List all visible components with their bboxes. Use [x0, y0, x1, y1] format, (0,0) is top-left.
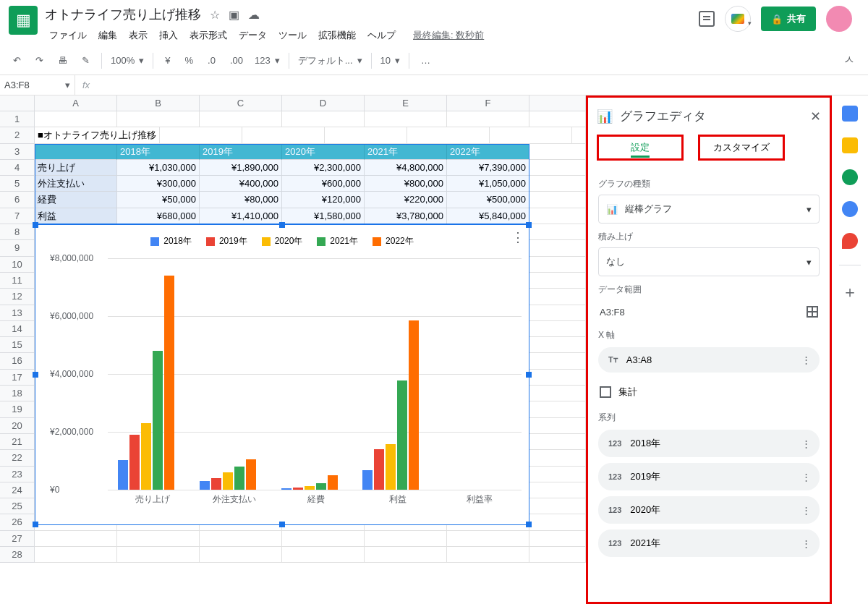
cell[interactable]: 経費 — [35, 192, 117, 208]
cell[interactable]: ¥300,000 — [117, 176, 200, 192]
cell[interactable]: ¥1,890,000 — [200, 160, 282, 176]
spreadsheet-grid[interactable]: ABCDEF 123456789101112131415161718192021… — [0, 95, 586, 604]
stack-select[interactable]: なし▾ — [598, 247, 820, 276]
menu-data[interactable]: データ — [234, 26, 271, 45]
cell[interactable]: ¥800,000 — [365, 176, 447, 192]
menu-extensions[interactable]: 拡張機能 — [314, 26, 360, 45]
add-addon-icon[interactable]: ＋ — [842, 281, 858, 303]
row-header[interactable]: 19 — [0, 401, 35, 417]
keep-icon[interactable] — [842, 137, 858, 153]
currency-button[interactable]: ¥ — [162, 54, 173, 67]
more-tools-button[interactable]: … — [418, 54, 433, 67]
cell[interactable] — [365, 111, 447, 127]
name-box[interactable]: A3:F8▾ — [0, 75, 75, 95]
tab-customize[interactable]: カスタマイズ — [698, 135, 785, 161]
cell[interactable] — [447, 547, 529, 563]
cell[interactable]: ¥500,000 — [447, 192, 529, 208]
more-icon[interactable]: ⋮ — [801, 538, 811, 549]
row-header[interactable]: 13 — [0, 305, 35, 321]
menu-view[interactable]: 表示 — [124, 26, 152, 45]
cell[interactable]: ¥600,000 — [282, 176, 365, 192]
more-icon[interactable]: ⋮ — [801, 472, 811, 482]
cell[interactable] — [117, 111, 200, 127]
row-header[interactable]: 6 — [0, 192, 35, 208]
last-edit[interactable]: 最終編集: 数秒前 — [409, 26, 488, 45]
cell[interactable] — [407, 127, 490, 143]
row-header[interactable]: 12 — [0, 289, 35, 305]
col-header[interactable]: A — [35, 95, 117, 111]
cell[interactable] — [325, 127, 407, 143]
cloud-icon[interactable]: ☁ — [248, 8, 260, 22]
cell[interactable]: ¥680,000 — [117, 208, 200, 224]
cell[interactable] — [282, 111, 365, 127]
number-format-select[interactable]: 123▾ — [255, 55, 280, 66]
star-icon[interactable]: ☆ — [210, 8, 220, 22]
row-header[interactable]: 9 — [0, 240, 35, 256]
cell[interactable] — [490, 127, 572, 143]
row-header[interactable]: 15 — [0, 337, 35, 353]
cell[interactable] — [365, 547, 447, 563]
row-header[interactable]: 21 — [0, 434, 35, 450]
cell[interactable]: ¥1,580,000 — [282, 208, 365, 224]
redo-icon[interactable]: ↷ — [33, 54, 46, 67]
col-header[interactable]: B — [117, 95, 200, 111]
cell[interactable]: ¥1,050,000 — [447, 176, 529, 192]
close-icon[interactable]: ✕ — [810, 109, 821, 124]
tab-setup[interactable]: 設定 — [597, 135, 684, 161]
cell[interactable]: 利益 — [35, 208, 117, 224]
calendar-icon[interactable] — [842, 106, 858, 122]
cell[interactable]: ¥1,030,000 — [117, 160, 200, 176]
row-header[interactable]: 22 — [0, 450, 35, 466]
cell[interactable] — [35, 531, 117, 547]
row-header[interactable]: 14 — [0, 321, 35, 337]
undo-icon[interactable]: ↶ — [10, 54, 24, 67]
cell[interactable] — [117, 547, 200, 563]
col-header[interactable]: F — [447, 95, 529, 111]
row-header[interactable]: 2 — [0, 127, 35, 143]
cell[interactable] — [447, 531, 529, 547]
row-header[interactable]: 20 — [0, 418, 35, 434]
cell[interactable]: ¥50,000 — [117, 192, 200, 208]
cell[interactable]: ¥1,410,000 — [200, 208, 282, 224]
cell[interactable]: ¥400,000 — [200, 176, 282, 192]
cell[interactable]: ¥3,780,000 — [365, 208, 447, 224]
row-header[interactable]: 23 — [0, 467, 35, 482]
cell[interactable]: 外注支払い — [35, 176, 117, 192]
row-header[interactable]: 26 — [0, 514, 35, 530]
share-button[interactable]: 🔒共有 — [761, 7, 816, 31]
cell[interactable]: ¥2,300,000 — [282, 160, 365, 176]
aggregate-checkbox[interactable]: 集計 — [598, 378, 820, 406]
paint-icon[interactable]: ✎ — [79, 54, 93, 67]
row-header[interactable]: 18 — [0, 386, 35, 401]
series-pill[interactable]: 1232018年⋮ — [598, 430, 820, 457]
row-header[interactable]: 5 — [0, 176, 35, 192]
font-size-select[interactable]: 10▾ — [380, 55, 400, 66]
cell[interactable] — [35, 547, 117, 563]
cell[interactable]: ¥80,000 — [200, 192, 282, 208]
row-header[interactable]: 8 — [0, 224, 35, 240]
xaxis-pill[interactable]: Tᴛ A3:A8 ⋮ — [598, 347, 820, 373]
row-header[interactable]: 4 — [0, 160, 35, 176]
comments-icon[interactable] — [699, 11, 715, 27]
cell[interactable]: 2020年 — [282, 144, 365, 160]
menu-help[interactable]: ヘルプ — [363, 26, 400, 45]
row-header[interactable]: 16 — [0, 353, 35, 369]
cell[interactable]: 2018年 — [117, 144, 200, 160]
col-header[interactable]: D — [282, 95, 365, 111]
cell[interactable]: ¥4,800,000 — [365, 160, 447, 176]
dec-decrease-button[interactable]: .0 — [205, 54, 218, 67]
menu-edit[interactable]: 編集 — [94, 26, 122, 45]
meet-icon[interactable]: ▾ — [725, 6, 751, 32]
cell[interactable] — [282, 547, 365, 563]
cell[interactable]: 2019年 — [200, 144, 282, 160]
row-header[interactable]: 24 — [0, 482, 35, 498]
cell[interactable] — [282, 531, 365, 547]
font-select[interactable]: デフォルト...▾ — [298, 54, 362, 67]
row-header[interactable]: 1 — [0, 111, 35, 127]
cell[interactable] — [242, 127, 325, 143]
col-header[interactable]: E — [365, 95, 447, 111]
maps-icon[interactable] — [842, 233, 858, 249]
cell[interactable]: ¥220,000 — [365, 192, 447, 208]
cell[interactable] — [200, 547, 282, 563]
more-icon[interactable]: ⋮ — [801, 354, 811, 365]
